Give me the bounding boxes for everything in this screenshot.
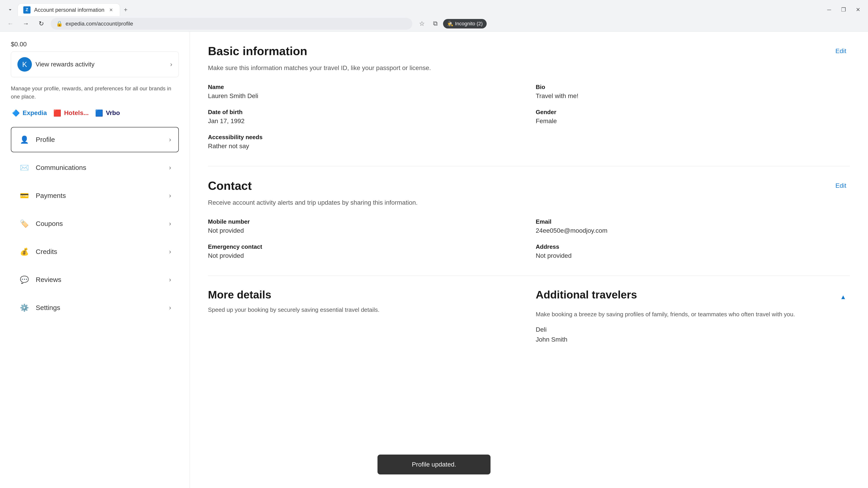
chevron-right-icon: › bbox=[170, 61, 172, 68]
additional-travelers-collapse-button[interactable]: ▲ bbox=[836, 292, 850, 302]
more-details-text: Speed up your booking by securely saving… bbox=[208, 305, 522, 314]
expedia-icon: 🔷 bbox=[11, 108, 21, 118]
split-view-button[interactable]: ⧉ bbox=[430, 18, 441, 30]
payments-icon: 💳 bbox=[19, 190, 30, 201]
credits-label: Credits bbox=[36, 248, 164, 256]
sidebar-item-credits[interactable]: 💰 Credits › bbox=[11, 239, 179, 264]
address-bar-row: ← → ↻ 🔒 expedia.com/account/profile ☆ ⧉ … bbox=[0, 16, 868, 31]
contact-title: Contact bbox=[208, 179, 252, 193]
tab-group-button[interactable] bbox=[4, 4, 16, 15]
manage-text: Manage your profile, rewards, and prefer… bbox=[11, 85, 179, 101]
dob-label: Date of birth bbox=[208, 109, 522, 116]
incognito-badge[interactable]: 🕵 Incognito (2) bbox=[443, 19, 487, 29]
divider-2 bbox=[208, 275, 850, 276]
expedia-label: Expedia bbox=[23, 109, 47, 117]
basic-info-header: Basic information Edit bbox=[208, 44, 850, 58]
emergency-field: Emergency contact Not provided bbox=[208, 243, 522, 259]
accessibility-field: Accessibility needs Rather not say bbox=[208, 134, 522, 150]
lock-icon: 🔒 bbox=[56, 21, 63, 27]
profile-chevron-icon: › bbox=[169, 136, 171, 143]
window-controls: ─ ❐ ✕ bbox=[824, 4, 864, 15]
tab-bar: Z Account personal information ✕ + ─ ❐ ✕ bbox=[0, 0, 868, 16]
active-tab[interactable]: Z Account personal information ✕ bbox=[18, 3, 120, 16]
forward-button[interactable]: → bbox=[20, 18, 32, 30]
settings-icon: ⚙️ bbox=[19, 302, 30, 314]
close-button[interactable]: ✕ bbox=[852, 4, 864, 15]
dob-value: Jan 17, 1992 bbox=[208, 118, 522, 125]
dob-field: Date of birth Jan 17, 1992 bbox=[208, 109, 522, 125]
contact-grid: Mobile number Not provided Email 24ee050… bbox=[208, 218, 850, 259]
bio-field: Bio Travel with me! bbox=[536, 84, 850, 100]
bottom-grid: More details Speed up your booking by se… bbox=[208, 289, 850, 362]
main-content: Basic information Edit Make sure this in… bbox=[190, 32, 868, 488]
reviews-label: Reviews bbox=[36, 276, 164, 284]
traveler-deli: Deli bbox=[536, 326, 850, 333]
sidebar-top: $0.00 K View rewards activity › Manage y… bbox=[11, 41, 179, 118]
additional-travelers-text: Make booking a breeze by saving profiles… bbox=[536, 310, 850, 319]
bio-label: Bio bbox=[536, 84, 850, 91]
communications-label: Communications bbox=[36, 164, 164, 171]
more-details-title: More details bbox=[208, 289, 522, 301]
back-button[interactable]: ← bbox=[4, 18, 16, 30]
tab-title: Account personal information bbox=[34, 7, 104, 13]
rewards-icon: K bbox=[18, 57, 32, 72]
mobile-field: Mobile number Not provided bbox=[208, 218, 522, 234]
accessibility-value: Rather not say bbox=[208, 142, 522, 150]
settings-chevron-icon: › bbox=[169, 304, 171, 311]
browser-actions: ☆ ⧉ 🕵 Incognito (2) bbox=[416, 18, 487, 30]
expedia-logo: 🔷 Expedia bbox=[11, 108, 47, 118]
sidebar-item-profile[interactable]: 👤 Profile › bbox=[11, 127, 179, 152]
settings-label: Settings bbox=[36, 304, 164, 312]
rewards-balance: $0.00 bbox=[11, 41, 179, 48]
sidebar-item-communications[interactable]: ✉️ Communications › bbox=[11, 155, 179, 180]
contact-section: Contact Edit Receive account activity al… bbox=[208, 179, 850, 259]
payments-label: Payments bbox=[36, 192, 164, 199]
sidebar-item-coupons[interactable]: 🏷️ Coupons › bbox=[11, 211, 179, 236]
new-tab-button[interactable]: + bbox=[120, 4, 131, 15]
bio-value: Travel with me! bbox=[536, 92, 850, 100]
bookmark-button[interactable]: ☆ bbox=[416, 18, 428, 30]
vrbo-icon: 🟦 bbox=[94, 108, 104, 118]
vrbo-label: Vrbo bbox=[106, 109, 120, 117]
gender-value: Female bbox=[536, 118, 850, 125]
email-field: Email 24ee050e@moodjoy.com bbox=[536, 218, 850, 234]
minimize-button[interactable]: ─ bbox=[824, 4, 835, 15]
address-value: Not provided bbox=[536, 252, 850, 259]
hotels-logo: 🟥 Hotels... bbox=[52, 108, 89, 118]
hotels-icon: 🟥 bbox=[52, 108, 62, 118]
name-value: Lauren Smith Deli bbox=[208, 92, 522, 100]
additional-travelers-title: Additional travelers bbox=[536, 289, 637, 301]
contact-subtitle: Receive account activity alerts and trip… bbox=[208, 198, 850, 207]
accessibility-label: Accessibility needs bbox=[208, 134, 522, 141]
hotels-label: Hotels... bbox=[64, 109, 89, 117]
sidebar-item-settings[interactable]: ⚙️ Settings › bbox=[11, 295, 179, 320]
mobile-value: Not provided bbox=[208, 227, 522, 234]
gender-label: Gender bbox=[536, 109, 850, 116]
basic-info-title: Basic information bbox=[208, 44, 307, 58]
vrbo-logo: 🟦 Vrbo bbox=[94, 108, 120, 118]
communications-icon: ✉️ bbox=[19, 162, 30, 173]
sidebar-item-payments[interactable]: 💳 Payments › bbox=[11, 183, 179, 208]
mobile-label: Mobile number bbox=[208, 218, 522, 225]
travelers-list: Deli John Smith bbox=[536, 326, 850, 343]
basic-info-edit-button[interactable]: Edit bbox=[832, 46, 850, 57]
additional-travelers-header: Additional travelers ▲ bbox=[536, 289, 850, 305]
reload-button[interactable]: ↻ bbox=[35, 18, 47, 30]
rewards-activity-button[interactable]: K View rewards activity › bbox=[11, 52, 179, 77]
toast-message: Profile updated. bbox=[412, 461, 456, 468]
more-details-section: More details Speed up your booking by se… bbox=[208, 289, 522, 346]
reviews-chevron-icon: › bbox=[169, 276, 171, 283]
toast-notification: Profile updated. bbox=[377, 455, 491, 475]
credits-icon: 💰 bbox=[19, 246, 30, 258]
basic-info-subtitle: Make sure this information matches your … bbox=[208, 63, 850, 73]
tab-close-button[interactable]: ✕ bbox=[108, 7, 114, 13]
coupons-label: Coupons bbox=[36, 220, 164, 228]
sidebar-item-reviews[interactable]: 💬 Reviews › bbox=[11, 267, 179, 292]
address-bar[interactable]: 🔒 expedia.com/account/profile bbox=[51, 18, 412, 30]
restore-button[interactable]: ❐ bbox=[838, 4, 849, 15]
coupons-chevron-icon: › bbox=[169, 220, 171, 227]
contact-edit-button[interactable]: Edit bbox=[832, 180, 850, 191]
gender-field: Gender Female bbox=[536, 109, 850, 125]
emergency-value: Not provided bbox=[208, 252, 522, 259]
incognito-icon: 🕵 bbox=[447, 21, 453, 27]
